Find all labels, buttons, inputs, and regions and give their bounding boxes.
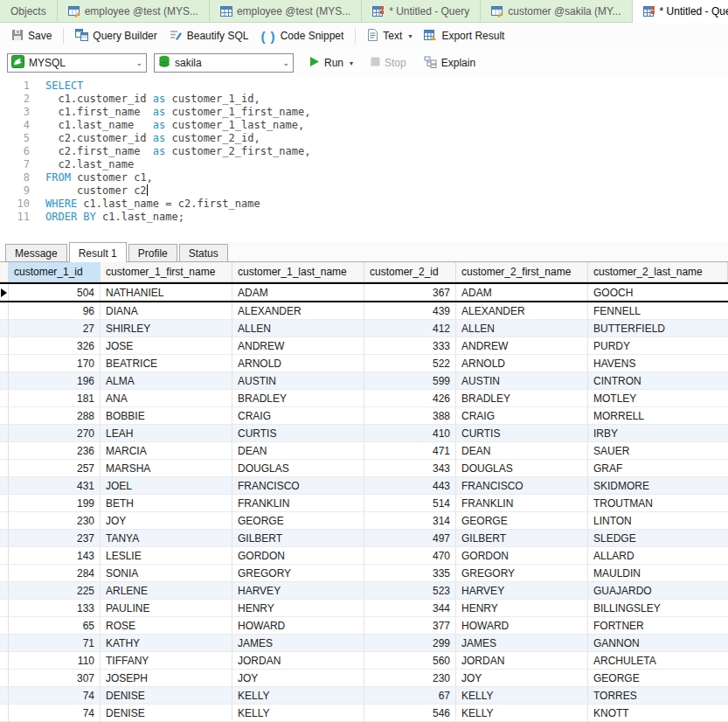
- grid-cell[interactable]: TROUTMAN: [588, 495, 728, 511]
- grid-cell[interactable]: 196: [9, 372, 101, 389]
- tab-result-1[interactable]: Result 1: [69, 242, 127, 262]
- grid-cell[interactable]: LEAH: [101, 425, 232, 441]
- row-selector-gutter[interactable]: [0, 477, 9, 494]
- column-header-customer-2-first-name[interactable]: customer_2_first_name: [456, 262, 588, 281]
- grid-cell[interactable]: 514: [364, 495, 456, 511]
- table-row[interactable]: 110TIFFANYJORDAN560JORDANARCHULETA: [0, 652, 728, 670]
- grid-cell[interactable]: JOY: [101, 512, 232, 529]
- grid-cell[interactable]: FENNELL: [588, 302, 728, 319]
- grid-cell[interactable]: 344: [364, 600, 456, 616]
- grid-cell[interactable]: AUSTIN: [232, 372, 364, 389]
- row-selector-gutter[interactable]: [0, 355, 9, 371]
- grid-cell[interactable]: 307: [9, 670, 101, 686]
- grid-cell[interactable]: SLEDGE: [588, 530, 728, 546]
- grid-cell[interactable]: GORDON: [232, 547, 364, 564]
- code-line[interactable]: 5 c2.customer_id as customer_2_id,: [0, 132, 728, 145]
- table-row[interactable]: 284SONIAGREGORY335GREGORYMAULDIN: [0, 565, 728, 582]
- grid-cell[interactable]: FORTNER: [588, 617, 728, 634]
- grid-cell[interactable]: JORDAN: [456, 652, 588, 669]
- grid-cell[interactable]: GORDON: [456, 547, 588, 564]
- tab-employee-table[interactable]: employee @test (MYS...: [210, 0, 362, 22]
- table-row[interactable]: 431JOELFRANCISCO443FRANCISCOSKIDMORE: [0, 477, 728, 495]
- row-selector-gutter[interactable]: [0, 687, 9, 704]
- row-selector-gutter[interactable]: [0, 302, 9, 319]
- grid-cell[interactable]: 257: [9, 460, 101, 476]
- grid-cell[interactable]: JORDAN: [232, 652, 364, 669]
- grid-cell[interactable]: 410: [364, 425, 456, 441]
- code-line[interactable]: 9 customer c2: [0, 184, 728, 198]
- row-selector-gutter[interactable]: [0, 407, 9, 424]
- grid-cell[interactable]: KELLY: [456, 705, 588, 721]
- grid-cell[interactable]: JOY: [456, 670, 588, 686]
- grid-cell[interactable]: KELLY: [232, 705, 364, 721]
- grid-cell[interactable]: JOY: [232, 670, 364, 686]
- row-selector-gutter[interactable]: [0, 284, 9, 301]
- table-row[interactable]: 71KATHYJAMES299JAMESGANNON: [0, 635, 728, 652]
- grid-cell[interactable]: ARNOLD: [456, 355, 588, 371]
- query-builder-button[interactable]: Query Builder: [69, 26, 163, 46]
- grid-cell[interactable]: 225: [9, 582, 101, 599]
- row-selector-gutter[interactable]: [0, 495, 9, 511]
- table-row[interactable]: 27SHIRLEYALLEN412ALLENBUTTERFIELD: [0, 320, 728, 337]
- row-selector-gutter[interactable]: [0, 530, 9, 546]
- connection-select[interactable]: MYSQL ⌄: [7, 53, 147, 73]
- row-selector-gutter[interactable]: [0, 372, 9, 389]
- grid-cell[interactable]: 333: [364, 337, 456, 354]
- column-header-customer-1-last-name[interactable]: customer_1_last_name: [232, 262, 364, 281]
- grid-cell[interactable]: GEORGE: [588, 670, 728, 686]
- row-selector-gutter[interactable]: [0, 442, 9, 459]
- row-selector-gutter[interactable]: [0, 390, 9, 406]
- grid-cell[interactable]: IRBY: [588, 425, 728, 441]
- grid-cell[interactable]: ALLEN: [232, 320, 364, 337]
- grid-cell[interactable]: 426: [364, 390, 456, 406]
- sql-editor[interactable]: 1SELECT2 c1.customer_id as customer_1_id…: [0, 77, 728, 242]
- grid-cell[interactable]: TIFFANY: [101, 652, 232, 669]
- grid-cell[interactable]: SKIDMORE: [588, 477, 728, 494]
- grid-cell[interactable]: CRAIG: [456, 407, 588, 424]
- grid-cell[interactable]: FRANCISCO: [456, 477, 588, 494]
- table-row[interactable]: 230JOYGEORGE314GEORGELINTON: [0, 512, 728, 530]
- row-selector-gutter[interactable]: [0, 617, 9, 634]
- grid-cell[interactable]: GRAF: [588, 460, 728, 476]
- grid-cell[interactable]: BETH: [101, 495, 232, 511]
- grid-cell[interactable]: ARLENE: [101, 582, 232, 599]
- grid-cell[interactable]: 65: [9, 617, 101, 634]
- grid-cell[interactable]: 199: [9, 495, 101, 511]
- grid-cell[interactable]: MORRELL: [588, 407, 728, 424]
- grid-cell[interactable]: PAULINE: [101, 600, 232, 616]
- row-selector-gutter[interactable]: [0, 512, 9, 529]
- grid-cell[interactable]: HARVEY: [232, 582, 364, 599]
- grid-cell[interactable]: ALLARD: [588, 547, 728, 564]
- chevron-down-icon[interactable]: ▾: [408, 32, 412, 40]
- tab-objects[interactable]: Objects: [0, 0, 58, 22]
- grid-cell[interactable]: 599: [364, 372, 456, 389]
- grid-cell[interactable]: 230: [9, 512, 101, 529]
- code-line[interactable]: 6 c2.first_name as customer_2_first_name…: [0, 145, 728, 158]
- grid-cell[interactable]: GILBERT: [456, 530, 588, 546]
- grid-cell[interactable]: 74: [9, 687, 101, 704]
- grid-cell[interactable]: 326: [9, 337, 101, 354]
- table-row[interactable]: 196ALMAAUSTIN599AUSTINCINTRON: [0, 372, 728, 390]
- grid-cell[interactable]: 504: [9, 284, 101, 301]
- grid-cell[interactable]: DENISE: [101, 705, 232, 721]
- grid-cell[interactable]: ALMA: [101, 372, 232, 389]
- table-row[interactable]: 326JOSEANDREW333ANDREWPURDY: [0, 337, 728, 355]
- grid-cell[interactable]: 181: [9, 390, 101, 406]
- grid-cell[interactable]: ADAM: [456, 284, 588, 301]
- row-selector-gutter[interactable]: [0, 547, 9, 564]
- grid-cell[interactable]: MAULDIN: [588, 565, 728, 581]
- grid-cell[interactable]: ARNOLD: [232, 355, 364, 371]
- grid-cell[interactable]: ALEXANDER: [456, 302, 588, 319]
- chevron-down-icon[interactable]: ▾: [350, 59, 353, 67]
- grid-cell[interactable]: 314: [364, 512, 456, 529]
- row-selector-gutter[interactable]: [0, 705, 9, 721]
- table-row[interactable]: 65ROSEHOWARD377HOWARDFORTNER: [0, 617, 728, 635]
- grid-cell[interactable]: ANDREW: [456, 337, 588, 354]
- grid-cell[interactable]: JAMES: [456, 635, 588, 651]
- grid-cell[interactable]: JOSE: [101, 337, 232, 354]
- grid-cell[interactable]: 299: [364, 635, 456, 651]
- row-selector-gutter[interactable]: [0, 460, 9, 476]
- grid-cell[interactable]: GEORGE: [456, 512, 588, 529]
- grid-cell[interactable]: SHIRLEY: [101, 320, 232, 337]
- grid-cell[interactable]: SAUER: [588, 442, 728, 459]
